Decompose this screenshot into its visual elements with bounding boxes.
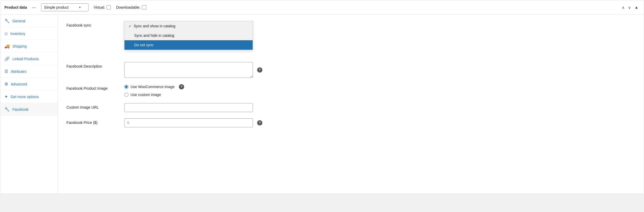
product-data-title: Product data bbox=[4, 5, 27, 9]
nav-down-icon[interactable]: ∨ bbox=[627, 4, 632, 11]
diamond-icon: ◇ bbox=[4, 31, 8, 36]
dropdown-item-sync-hide[interactable]: Sync and hide in catalog bbox=[124, 31, 253, 40]
facebook-sync-label: Facebook sync bbox=[66, 21, 124, 27]
use-custom-radio[interactable] bbox=[124, 93, 128, 97]
facebook-price-label: Facebook Price ($) bbox=[66, 118, 124, 125]
virtual-label[interactable]: Virtual: bbox=[94, 5, 111, 9]
star-icon: ✦ bbox=[4, 94, 8, 99]
facebook-description-row: Facebook Description ? bbox=[66, 62, 635, 78]
product-type-label: Simple product bbox=[44, 5, 69, 9]
dropdown-item-sync-show[interactable]: Sync and show in catalog bbox=[124, 21, 253, 31]
facebook-description-help-icon[interactable]: ? bbox=[257, 67, 262, 73]
facebook-sync-field: Sync and show in catalog Sync and hide i… bbox=[124, 21, 635, 31]
sidebar-item-label: Shipping bbox=[12, 44, 27, 48]
use-woocommerce-label: Use WooCommerce image bbox=[131, 85, 175, 89]
sidebar-item-general[interactable]: 🔧 General bbox=[0, 15, 58, 27]
sidebar-item-label: Facebook bbox=[12, 107, 28, 112]
nav-expand-icon[interactable]: ▲ bbox=[633, 4, 640, 10]
product-data-panel: Product data — Simple product ▾ Virtual:… bbox=[0, 0, 644, 194]
facebook-product-image-field: Use WooCommerce image ? Use custom image bbox=[124, 84, 635, 97]
sidebar-item-linked-products[interactable]: 🔗 Linked Products bbox=[0, 53, 58, 65]
downloadable-label[interactable]: Downloadable: bbox=[116, 5, 146, 9]
facebook-description-field: ? bbox=[124, 62, 635, 78]
shipping-icon: 🚚 bbox=[4, 44, 10, 49]
facebook-price-help-icon[interactable]: ? bbox=[257, 120, 262, 125]
sidebar: 🔧 General ◇ Inventory 🚚 Shipping 🔗 Linke… bbox=[0, 15, 58, 194]
use-woocommerce-help-icon[interactable]: ? bbox=[179, 84, 184, 89]
sidebar-item-shipping[interactable]: 🚚 Shipping bbox=[0, 40, 58, 53]
facebook-image-radio-group: Use WooCommerce image ? Use custom image bbox=[124, 84, 635, 97]
sidebar-item-label: Attributes bbox=[11, 69, 26, 74]
link-icon: 🔗 bbox=[4, 56, 10, 61]
dropdown-item-do-not-sync[interactable]: Do not sync bbox=[124, 40, 253, 50]
sidebar-item-inventory[interactable]: ◇ Inventory bbox=[0, 27, 58, 40]
custom-image-url-row: Custom Image URL bbox=[66, 103, 635, 112]
downloadable-checkbox[interactable] bbox=[142, 5, 146, 9]
facebook-description-label: Facebook Description bbox=[66, 62, 124, 68]
use-custom-label: Use custom image bbox=[131, 93, 161, 97]
facebook-description-textarea[interactable] bbox=[124, 62, 253, 78]
sidebar-item-label: Advanced bbox=[11, 82, 27, 86]
sidebar-item-label: Linked Products bbox=[12, 57, 39, 61]
wrench-icon: 🔧 bbox=[4, 18, 10, 23]
sidebar-item-advanced[interactable]: ⚙ Advanced bbox=[0, 78, 58, 90]
sidebar-item-label: Get more options bbox=[11, 95, 39, 99]
virtual-downloadable-group: Virtual: Downloadable: bbox=[94, 5, 146, 9]
custom-image-url-label: Custom Image URL bbox=[66, 103, 124, 109]
header-nav-controls: ∧ ∨ ▲ bbox=[621, 4, 640, 11]
sidebar-item-label: Inventory bbox=[10, 32, 25, 36]
custom-image-url-input[interactable] bbox=[124, 103, 253, 112]
product-type-select[interactable]: Simple product ▾ bbox=[41, 3, 89, 11]
facebook-sync-row: Facebook sync Sync and show in catalog S… bbox=[66, 21, 635, 31]
facebook-product-image-row: Facebook Product Image Use WooCommerce i… bbox=[66, 84, 635, 97]
facebook-wrench-icon: 🔧 bbox=[4, 107, 10, 112]
facebook-price-row: Facebook Price ($) ? bbox=[66, 118, 635, 127]
facebook-product-image-label: Facebook Product Image bbox=[66, 84, 124, 90]
facebook-price-field: ? bbox=[124, 118, 635, 127]
main-content: Facebook sync Sync and show in catalog S… bbox=[58, 15, 644, 194]
radio-use-custom: Use custom image bbox=[124, 93, 635, 97]
product-data-body: 🔧 General ◇ Inventory 🚚 Shipping 🔗 Linke… bbox=[0, 15, 644, 194]
header-dash: — bbox=[32, 5, 36, 9]
sidebar-item-label: General bbox=[12, 19, 25, 23]
sidebar-item-facebook[interactable]: 🔧 Facebook bbox=[0, 103, 58, 116]
sidebar-item-get-more-options[interactable]: ✦ Get more options bbox=[0, 90, 58, 103]
virtual-checkbox[interactable] bbox=[107, 5, 111, 9]
gear-icon: ⚙ bbox=[4, 82, 8, 87]
sidebar-item-attributes[interactable]: ☰ Attributes bbox=[0, 65, 58, 78]
custom-image-url-field bbox=[124, 103, 635, 112]
radio-use-woocommerce: Use WooCommerce image ? bbox=[124, 84, 635, 89]
product-data-header: Product data — Simple product ▾ Virtual:… bbox=[0, 0, 644, 15]
chevron-down-icon: ▾ bbox=[79, 6, 81, 9]
facebook-price-input[interactable] bbox=[124, 118, 253, 127]
use-woocommerce-radio[interactable] bbox=[124, 85, 128, 89]
nav-up-icon[interactable]: ∧ bbox=[621, 4, 626, 11]
facebook-sync-dropdown: Sync and show in catalog Sync and hide i… bbox=[124, 21, 253, 50]
list-icon: ☰ bbox=[4, 69, 8, 74]
